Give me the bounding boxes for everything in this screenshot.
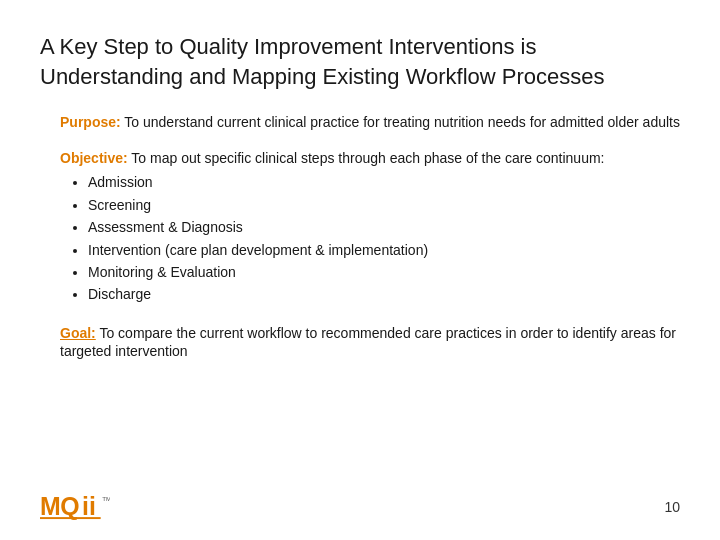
purpose-label: Purpose: [60, 114, 121, 130]
purpose-text: To understand current clinical practice … [121, 114, 680, 130]
objective-text: To map out specific clinical steps throu… [128, 150, 605, 166]
page-number: 10 [664, 499, 680, 515]
svg-text:M: M [40, 492, 61, 520]
list-item: Admission [88, 171, 680, 193]
svg-text:ii: ii [82, 492, 96, 520]
svg-text:Q: Q [60, 492, 79, 520]
goal-text: To compare the current workflow to recom… [60, 325, 676, 359]
content-block: Purpose: To understand current clinical … [60, 113, 680, 359]
objective-block: Objective: To map out specific clinical … [60, 149, 680, 305]
purpose-block: Purpose: To understand current clinical … [60, 113, 680, 131]
objective-intro: Objective: To map out specific clinical … [60, 149, 680, 167]
slide-title: A Key Step to Quality Improvement Interv… [40, 32, 680, 91]
list-item: Assessment & Diagnosis [88, 216, 680, 238]
goal-label: Goal: [60, 325, 96, 341]
slide-container: A Key Step to Quality Improvement Interv… [0, 0, 720, 540]
svg-rect-4 [40, 517, 101, 519]
list-item: Discharge [88, 283, 680, 305]
objective-label: Objective: [60, 150, 128, 166]
mqii-logo-svg: M Q ii TM [40, 492, 110, 522]
bullet-list: Admission Screening Assessment & Diagnos… [88, 171, 680, 305]
list-item: Monitoring & Evaluation [88, 261, 680, 283]
svg-text:TM: TM [102, 495, 110, 502]
list-item: Screening [88, 194, 680, 216]
goal-block: Goal: To compare the current workflow to… [60, 324, 680, 360]
list-item: Intervention (care plan development & im… [88, 239, 680, 261]
footer: M Q ii TM 10 [0, 492, 720, 522]
logo: M Q ii TM [40, 492, 110, 522]
